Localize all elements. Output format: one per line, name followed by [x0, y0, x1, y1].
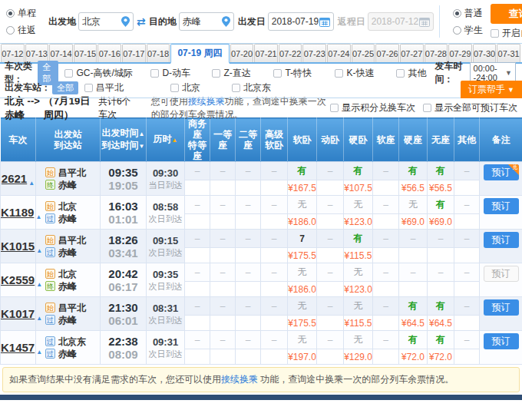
column-header-一等座[interactable]: 一等座 [210, 118, 236, 162]
show-all-bookable-checkbox[interactable]: 显示全部可预订车次 [423, 101, 517, 114]
date-tab[interactable]: 07-17 [122, 44, 146, 62]
query-button[interactable]: 查询 [491, 4, 522, 24]
price-cell [373, 316, 399, 331]
seat-cell: 无 [344, 297, 373, 316]
column-header-硬座[interactable]: 硬座 [399, 118, 428, 162]
column-header-软卧[interactable]: 软卧 [288, 118, 317, 162]
column-header-车次[interactable]: 车次 [1, 118, 36, 162]
filter-checkbox[interactable]: D-动车 [150, 67, 212, 80]
show-points-trains-checkbox[interactable]: 显示积分兑换车次 [330, 101, 415, 114]
train-number-link[interactable]: K1457 [1, 341, 35, 354]
book-button[interactable]: 预订 [484, 333, 519, 349]
return-date-input[interactable]: 2018-07-12 [368, 12, 434, 31]
column-header-二等座[interactable]: 二等座 [236, 118, 261, 162]
filter-checkbox[interactable]: T-特快 [273, 67, 335, 80]
date-tab[interactable]: 07-27 [400, 44, 424, 62]
arrival-station: 过赤峰 [36, 314, 100, 326]
stations-cell: 过北京东过赤峰 [36, 331, 101, 365]
booking-helper-button[interactable]: 订票帮手▼ [461, 81, 522, 98]
price-cell [373, 248, 399, 263]
dropdown-arrow-icon: ▼ [507, 86, 514, 94]
filter-checkbox[interactable]: 北京东 [232, 81, 293, 94]
seat-cell: – [428, 263, 454, 282]
header-line: 车次 [1, 134, 36, 145]
seat-cell: 无 [288, 196, 317, 214]
swap-stations-icon[interactable]: ⇄ [137, 15, 146, 28]
seat-cell: 无 [399, 196, 428, 214]
date-tab[interactable]: 07-15 [74, 44, 97, 62]
date-tab[interactable]: 07-14 [49, 44, 73, 62]
sort-arrow-icon[interactable]: ▲ [172, 137, 178, 144]
stations-cell: 始昌平北过赤峰 [36, 230, 101, 263]
filter-checkbox[interactable]: 其他 [396, 67, 434, 80]
round-trip-radio[interactable]: 往返 [6, 24, 36, 37]
book-button[interactable]: 预订 [484, 198, 519, 214]
train-number-link[interactable]: K1015 [1, 240, 35, 253]
transfer-link[interactable]: 接续换乘 [221, 374, 258, 385]
column-header-动卧[interactable]: 动卧 [317, 118, 344, 162]
seat-cell: – [261, 297, 288, 316]
sort-arrow-icon[interactable]: ▼ [139, 143, 145, 150]
train-number-link[interactable]: K2559 [1, 273, 35, 286]
price-cell [236, 214, 261, 230]
filter-checkbox[interactable]: GC-高铁/城际 [64, 67, 150, 80]
seat-cell: 有 [428, 297, 454, 316]
column-header-其他[interactable]: 其他 [454, 118, 480, 162]
filter-checkbox[interactable]: 北京 [170, 81, 232, 94]
filter-checkbox[interactable]: Z-直达 [212, 67, 273, 80]
expand-stops-icon[interactable]: ▲ [36, 247, 42, 254]
column-header-商务座[interactable]: 商务座特等座 [185, 118, 210, 162]
arrival-station: 终赤峰 [36, 179, 100, 191]
normal-passenger-radio[interactable]: 普通 [453, 7, 483, 20]
times-cell: 18:2603:41 [101, 230, 147, 263]
column-header-无座[interactable]: 无座 [428, 118, 454, 162]
filter-checkbox[interactable]: K-快速 [335, 67, 396, 80]
sort-arrow-icon[interactable]: ▲ [139, 131, 145, 137]
date-tab[interactable]: 07-18 [147, 44, 170, 62]
expand-stops-icon[interactable]: ▲ [35, 213, 41, 220]
column-header-出发时间[interactable]: 出发时间▲到达时间▼ [101, 118, 147, 162]
filter-checkbox-label: Z-直达 [223, 67, 250, 80]
expand-stops-icon[interactable]: ▲ [28, 180, 35, 187]
student-passenger-radio[interactable]: 学生 [453, 24, 483, 37]
date-tab[interactable]: 07-21 [254, 44, 278, 62]
date-tab-selected[interactable]: 07-19 周四 [170, 44, 229, 64]
from-input[interactable]: 北京 [78, 12, 134, 31]
date-tab[interactable]: 07-23 [302, 44, 326, 62]
column-header-备注[interactable]: 备注 [480, 118, 522, 162]
seat-cell: – [454, 263, 480, 282]
book-button[interactable]: 预订兑 [484, 164, 519, 180]
date-tab[interactable]: 07-25 [352, 44, 375, 62]
train-number-link[interactable]: 2621 [2, 172, 27, 185]
expand-stops-icon[interactable]: ▲ [36, 349, 42, 356]
seat-cell: – [185, 230, 210, 248]
one-way-radio[interactable]: 单程 [6, 7, 36, 20]
date-tab[interactable]: 07-20 [230, 44, 254, 62]
price-cell: ¥115.5 [344, 316, 373, 331]
to-input[interactable]: 赤峰 [179, 12, 234, 31]
auto-query-checkbox[interactable]: 开启自动查询 [491, 27, 522, 40]
date-tab[interactable]: 07-24 [327, 44, 351, 62]
column-header-高级[interactable]: 高级软卧 [261, 118, 288, 162]
train-number-link[interactable]: K1017 [1, 307, 35, 320]
column-header-历时[interactable]: 历时▲ [147, 118, 185, 162]
price-cell [210, 180, 236, 196]
column-header-硬卧[interactable]: 硬卧 [344, 118, 373, 162]
expand-stops-icon[interactable]: ▲ [36, 281, 42, 288]
depart-date-input[interactable]: 2018-07-19 [268, 12, 334, 31]
times-cell: 20:4206:17 [101, 263, 147, 297]
date-tab[interactable]: 07-22 [279, 44, 302, 62]
station-all-badge[interactable]: 全部 [52, 81, 78, 94]
book-button[interactable]: 预订 [484, 232, 519, 248]
column-header-软座[interactable]: 软座 [373, 118, 399, 162]
column-header-出发站[interactable]: 出发站到达站 [36, 118, 101, 162]
date-tab[interactable]: 07-16 [97, 44, 121, 62]
seat-cell: – [236, 196, 261, 214]
book-button[interactable]: 预订 [484, 299, 519, 316]
display-toggles: 显示积分兑换车次 显示全部可预订车次 [330, 101, 517, 114]
expand-stops-icon[interactable]: ▲ [36, 315, 42, 322]
duration-cell: 09:30当日到达 [147, 162, 185, 196]
train-number-link[interactable]: K1189 [1, 206, 34, 219]
date-tab[interactable]: 07-26 [375, 44, 399, 62]
filter-checkbox[interactable]: 昌平北 [84, 81, 170, 94]
